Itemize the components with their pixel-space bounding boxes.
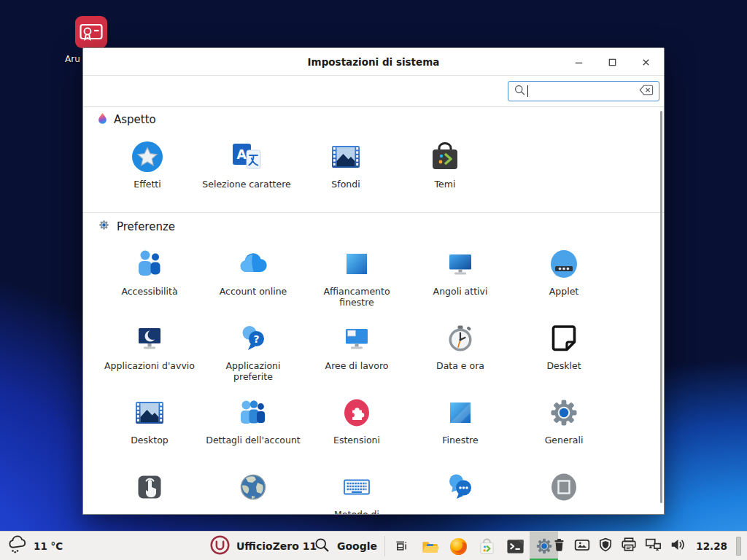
titlebar[interactable]: Impostazioni di sistema xyxy=(83,48,664,76)
preferred-apps-question-icon: ? xyxy=(236,321,271,356)
settings-content: Aspetto Effetti A Selezione carattere xyxy=(83,107,664,514)
section-title: Aspetto xyxy=(114,113,156,126)
applets-panel-icon xyxy=(546,246,581,281)
settings-item-applicazioni-avvio[interactable]: Applicazioni d'avvio xyxy=(98,321,201,395)
network-icon[interactable] xyxy=(644,536,662,556)
taskbar-separator xyxy=(384,536,385,556)
font-selection-icon: A xyxy=(229,139,264,174)
aspetto-grid: Effetti A Selezione carattere Sfondi xyxy=(98,139,649,190)
startup-apps-moon-icon xyxy=(132,321,167,356)
settings-item-screensaver[interactable] xyxy=(512,470,616,514)
taskbar: 11 °C UfficioZero 11 Google xyxy=(0,531,747,560)
weather-applet[interactable]: 11 °C xyxy=(7,532,63,560)
volume-icon[interactable] xyxy=(669,536,687,556)
settings-item-notifications[interactable] xyxy=(409,470,512,514)
wallpaper-image-icon[interactable] xyxy=(573,537,591,556)
close-button[interactable] xyxy=(638,53,654,71)
window-list-applet[interactable] xyxy=(387,532,416,560)
svg-text:A: A xyxy=(236,147,247,162)
windows-square-icon xyxy=(443,395,478,430)
printer-icon[interactable] xyxy=(620,536,638,556)
window-tiling-square-icon xyxy=(339,246,374,281)
clock-applet[interactable]: 12.28 xyxy=(694,540,729,552)
settings-item-gesture[interactable] xyxy=(98,470,201,514)
settings-item-generali[interactable]: Generali xyxy=(512,395,616,470)
settings-item-languages[interactable] xyxy=(201,470,305,514)
settings-item-desktop[interactable]: Desktop xyxy=(98,395,201,470)
droplet-icon xyxy=(98,112,107,128)
shield-icon[interactable] xyxy=(597,537,614,556)
show-desktop-button[interactable] xyxy=(736,537,741,556)
firefox-button[interactable] xyxy=(444,532,473,560)
section-title: Preferenze xyxy=(117,220,175,233)
settings-item-accessibilita[interactable]: Accessibilità xyxy=(98,246,201,321)
software-manager-button[interactable] xyxy=(473,532,501,560)
system-tray: 12.28 xyxy=(551,532,741,560)
settings-item-applicazioni-preferite[interactable]: ? Applicazioni preferite xyxy=(201,321,305,395)
gestures-hand-icon xyxy=(132,470,167,505)
web-search-label: Google xyxy=(337,540,377,552)
search-row xyxy=(83,76,664,107)
section-header-preferenze: Preferenze xyxy=(98,219,649,235)
desktop: Aru Impostazioni di sistema xyxy=(0,0,747,560)
settings-item-angoli-attivi[interactable]: Angoli attivi xyxy=(409,246,512,321)
screensaver-screen-icon xyxy=(546,470,581,505)
section-separator xyxy=(83,212,664,213)
settings-item-effetti[interactable]: Effetti xyxy=(98,139,197,190)
hot-corners-monitor-icon xyxy=(443,246,478,281)
settings-item-estensioni[interactable]: Estensioni xyxy=(305,395,409,470)
maximize-button[interactable] xyxy=(604,53,620,71)
minimize-button[interactable] xyxy=(570,53,587,71)
trash-icon[interactable] xyxy=(551,537,567,556)
settings-item-aree-di-lavoro[interactable]: Aree di lavoro xyxy=(305,321,409,395)
search-icon xyxy=(514,84,526,99)
settings-item-affiancamento-finestre[interactable]: Affiancamento finestre xyxy=(305,246,409,321)
settings-item-selezione-carattere[interactable]: A Selezione carattere xyxy=(197,139,296,190)
workspaces-monitor-icon xyxy=(339,321,374,356)
system-settings-window: Impostazioni di sistema xyxy=(82,47,665,515)
date-time-clock-icon xyxy=(443,321,478,356)
account-details-people-icon xyxy=(236,395,271,430)
languages-globe-icon xyxy=(236,470,271,505)
settings-item-desklet[interactable]: Desklet xyxy=(512,321,616,395)
settings-item-applet[interactable]: Applet xyxy=(512,246,616,321)
menu-launcher-label: UfficioZero 11 xyxy=(236,540,317,552)
general-gear-icon xyxy=(546,395,581,430)
terminal-button[interactable] xyxy=(501,532,530,560)
input-method-keyboard-icon xyxy=(339,470,374,505)
scrollbar[interactable] xyxy=(660,111,662,503)
preferenze-grid: Accessibilità Account online Affiancamen… xyxy=(98,246,649,514)
taskbar-app-buttons xyxy=(387,532,558,560)
online-accounts-cloud-icon xyxy=(236,246,271,281)
ufficiozero-logo-icon xyxy=(209,534,231,559)
search-box[interactable] xyxy=(508,81,659,101)
notifications-chat-icon xyxy=(443,470,478,505)
settings-item-account-online[interactable]: Account online xyxy=(201,246,305,321)
section-header-aspetto: Aspetto xyxy=(98,112,649,128)
file-manager-button[interactable] xyxy=(416,532,444,560)
rain-cloud-icon xyxy=(7,535,28,558)
weather-temp: 11 °C xyxy=(34,540,63,552)
menu-launcher[interactable]: UfficioZero 11 xyxy=(209,532,317,560)
search-magnifier-icon xyxy=(314,537,330,556)
settings-item-data-e-ora[interactable]: Data e ora xyxy=(409,321,512,395)
web-search-applet[interactable]: Google xyxy=(314,532,377,560)
settings-item-temi[interactable]: Temi xyxy=(395,139,495,190)
settings-item-input-method[interactable]: Metodo di xyxy=(305,470,409,514)
settings-item-sfondi[interactable]: Sfondi xyxy=(296,139,395,190)
desktop-filmstrip-icon xyxy=(132,395,167,430)
clear-search-icon[interactable] xyxy=(639,85,654,98)
accessibility-people-icon xyxy=(132,246,167,281)
effects-star-icon xyxy=(130,139,165,174)
backgrounds-filmstrip-icon xyxy=(328,139,363,174)
gear-icon xyxy=(98,219,110,234)
extensions-puzzle-icon xyxy=(339,395,374,430)
desklets-note-icon xyxy=(546,321,581,356)
settings-item-dettagli-account[interactable]: Dettagli dell'account xyxy=(201,395,305,470)
window-title: Impostazioni di sistema xyxy=(308,56,440,68)
themes-bag-icon xyxy=(427,139,462,174)
svg-text:?: ? xyxy=(253,333,259,345)
search-input[interactable] xyxy=(533,86,635,97)
text-cursor xyxy=(527,85,528,97)
settings-item-finestre[interactable]: Finestre xyxy=(409,395,512,470)
